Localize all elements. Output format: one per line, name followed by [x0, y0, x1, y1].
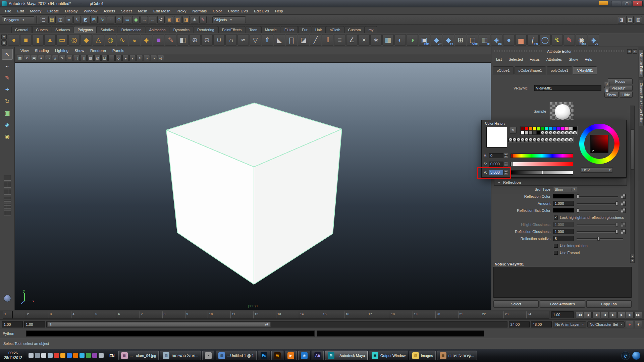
- bookmarks-icon[interactable]: ★: [38, 55, 44, 61]
- history-swatch[interactable]: [529, 138, 533, 142]
- slider-marker[interactable]: [542, 170, 543, 175]
- palette-swatch[interactable]: [549, 131, 553, 135]
- shelf-tab[interactable]: Toon: [246, 26, 261, 33]
- history-swatch[interactable]: [541, 138, 545, 142]
- task-output-window[interactable]: ▣ Output Window: [369, 351, 408, 360]
- palette-swatch[interactable]: [561, 131, 565, 135]
- checkbox[interactable]: [554, 216, 558, 220]
- poly-cylinder-icon[interactable]: ▮: [32, 34, 44, 46]
- shelf-tab[interactable]: nCloth: [326, 26, 344, 33]
- menu-item[interactable]: Assets: [100, 8, 118, 14]
- panel-vertical-tab[interactable]: Attribute Editor: [639, 50, 644, 78]
- append-polygon-icon[interactable]: ◪: [298, 34, 309, 46]
- ae-menu-item[interactable]: Help: [581, 56, 596, 62]
- menu-item[interactable]: Normals: [190, 8, 210, 14]
- range-slider-track[interactable]: 1 24: [46, 321, 507, 327]
- volume-icon[interactable]: [41, 353, 46, 358]
- slider-marker[interactable]: [512, 154, 513, 158]
- image-plane-icon[interactable]: ▭: [45, 55, 51, 61]
- menu-item[interactable]: Window: [80, 8, 100, 14]
- shelf-tab[interactable]: Deformation: [118, 26, 145, 33]
- animation-end-field[interactable]: 48.00: [531, 321, 552, 327]
- hypershade-button[interactable]: ▦: [604, 88, 609, 93]
- shelf-tab[interactable]: Fluids: [281, 26, 298, 33]
- frame-tick[interactable]: 18: [390, 311, 413, 318]
- task-autodesk-maya[interactable]: M ...Autodesk Maya: [325, 351, 368, 360]
- rotate-tool[interactable]: ↻: [2, 96, 13, 107]
- color-wheel[interactable]: [579, 124, 620, 164]
- animation-preferences-icon[interactable]: ∗: [635, 321, 642, 328]
- poly-plane-icon[interactable]: ▭: [56, 34, 68, 46]
- hypershade-persp-layout[interactable]: [4, 203, 11, 209]
- palette-swatch[interactable]: [541, 131, 545, 135]
- menu-item[interactable]: Create: [44, 8, 62, 14]
- frame-tick[interactable]: 14: [299, 311, 322, 318]
- frame-tick[interactable]: 22: [481, 311, 503, 318]
- green-app-icon[interactable]: [86, 353, 91, 358]
- open-render-view-icon[interactable]: ▣: [166, 16, 173, 23]
- new-scene-icon[interactable]: ▢: [40, 16, 47, 23]
- attribute-slider[interactable]: [577, 229, 618, 234]
- step-forward-frame-button[interactable]: ▶|: [626, 312, 634, 318]
- history-swatch[interactable]: [557, 138, 561, 142]
- panel-grip[interactable]: [574, 50, 625, 52]
- snap-to-grid-icon[interactable]: ⊞: [90, 16, 98, 23]
- scrollbar-thumb[interactable]: [631, 129, 634, 170]
- pen-tablet-icon[interactable]: [35, 353, 40, 358]
- attribute-slider[interactable]: [577, 194, 618, 199]
- snap-to-point-icon[interactable]: ∙: [107, 16, 114, 23]
- playback-range-bar[interactable]: 1 24: [47, 322, 271, 327]
- textured-mode-icon[interactable]: ◐: [129, 55, 136, 61]
- history-swatch[interactable]: [561, 138, 565, 142]
- globe-icon[interactable]: ◯: [539, 34, 551, 46]
- maximize-button[interactable]: ▢: [622, 1, 632, 6]
- command-input[interactable]: [26, 330, 315, 337]
- ramp-icon[interactable]: ▅: [515, 34, 527, 46]
- play-forwards-button[interactable]: ▶: [609, 312, 617, 318]
- slider-handle[interactable]: [615, 230, 618, 234]
- slider-handle[interactable]: [577, 194, 579, 198]
- paint-effects-cube-icon[interactable]: ■: [153, 34, 164, 46]
- select-camera-icon[interactable]: ▦: [17, 55, 23, 61]
- palette-swatch[interactable]: [569, 127, 573, 131]
- map-button[interactable]: [621, 222, 626, 227]
- bridge-icon[interactable]: ∏: [286, 34, 297, 46]
- merge-vertices-icon[interactable]: ∗: [370, 34, 382, 46]
- history-swatch[interactable]: [565, 138, 569, 142]
- hshd-shelf-icon[interactable]: ◉Hshd: [576, 34, 587, 46]
- color-swatch[interactable]: [553, 194, 574, 198]
- ae-node-tab[interactable]: pCube1: [493, 66, 514, 74]
- extrude-icon[interactable]: ⇑: [262, 34, 273, 46]
- history-swatch[interactable]: [537, 138, 541, 142]
- palette-swatch[interactable]: [521, 131, 525, 135]
- task-after-effects[interactable]: AE: [312, 351, 324, 360]
- frame-tick[interactable]: 21: [458, 311, 481, 318]
- task-illustrator[interactable]: Ai: [271, 351, 283, 360]
- hypergraph-hist-icon[interactable]: ▣Hist: [419, 34, 430, 46]
- attribute-slider[interactable]: [577, 236, 623, 241]
- lightning-icon[interactable]: ↯: [551, 34, 563, 46]
- select-by-component-icon[interactable]: ◩: [82, 16, 89, 23]
- frame-tick[interactable]: 9: [185, 311, 208, 318]
- safe-title-icon[interactable]: ▫: [108, 55, 115, 61]
- history-swatch[interactable]: [545, 138, 549, 142]
- outliner-shelf-icon[interactable]: ▤Outl: [467, 34, 478, 46]
- snap-to-view-plane-icon[interactable]: ▭: [124, 16, 131, 23]
- menu-item[interactable]: Proxy: [173, 8, 189, 14]
- ae-node-tab[interactable]: polyCube1: [547, 66, 573, 74]
- boolean-union-icon[interactable]: ∪: [213, 34, 225, 46]
- messenger-icon[interactable]: [79, 353, 85, 358]
- make-live-icon[interactable]: ◉: [132, 16, 140, 23]
- multi-cut-icon[interactable]: ×: [358, 34, 370, 46]
- language-indicator[interactable]: EN: [107, 352, 117, 359]
- palette-swatch[interactable]: [521, 127, 525, 131]
- task-white-bricks[interactable]: ▦ קירות לבנים בו...: [437, 351, 477, 360]
- updater-icon[interactable]: [60, 353, 65, 358]
- shelf-tab[interactable]: Hair: [312, 26, 326, 33]
- sculpt-geometry-icon[interactable]: ✎: [165, 34, 176, 46]
- hide-button[interactable]: Hide: [620, 92, 633, 98]
- ae-action-button[interactable]: Load Attributes: [540, 300, 585, 308]
- hidden-icons-arrow[interactable]: [29, 353, 34, 358]
- frame-tick[interactable]: 12: [253, 311, 276, 318]
- value-field[interactable]: 1.000: [553, 229, 574, 234]
